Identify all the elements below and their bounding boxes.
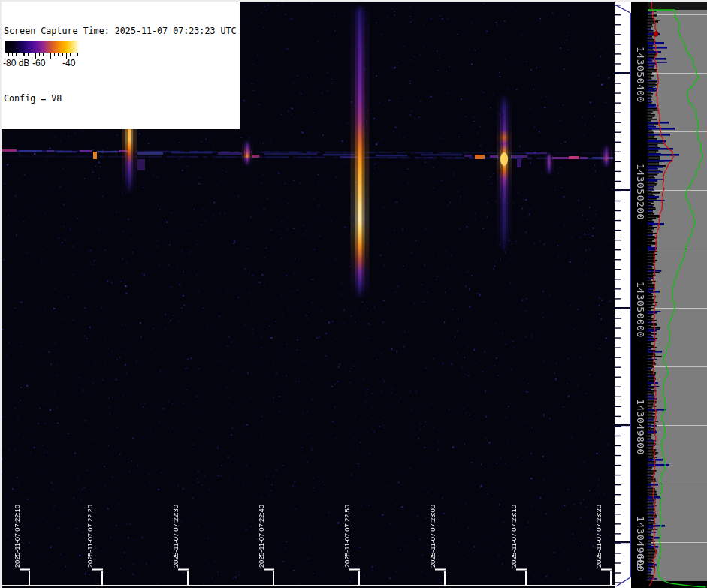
config-text: Config = V8 <box>4 93 237 104</box>
colorbar-label-max: -40 <box>62 58 75 68</box>
time-axis-label: 2025-11-07 07:23:00 <box>428 505 437 568</box>
time-axis-label: 2025-11-07 07:23:20 <box>594 505 603 568</box>
colorbar: -80 dB -60 -40 <box>2 39 83 72</box>
freq-axis-label: 143050200 <box>635 164 645 220</box>
waterfall-app: Screen Capture Time: 2025-11-07 07:23:23… <box>0 0 707 588</box>
colorbar-label-min: -80 dB <box>3 58 29 68</box>
time-axis-label: 2025-11-07 07:22:40 <box>257 505 265 568</box>
colorbar-gradient <box>5 41 81 53</box>
colorbar-label-mid: -60 <box>32 58 45 68</box>
time-axis-label: 2025-11-07 07:22:30 <box>171 505 180 568</box>
time-axis-label: 2025-11-07 07:23:10 <box>509 505 518 568</box>
time-axis-label: 2025-11-07 07:22:50 <box>343 505 351 568</box>
freq-axis-label: 143050400 <box>635 47 645 103</box>
freq-axis-unit-label: Hz <box>635 556 645 569</box>
freq-axis-label: 143050000 <box>635 282 645 338</box>
freq-axis-label: 143049800 <box>635 399 645 455</box>
capture-time-text: Screen Capture Time: 2025-11-07 07:23:23… <box>4 26 237 37</box>
time-axis-label: 2025-11-07 07:22:10 <box>13 505 21 568</box>
time-axis-label: 2025-11-07 07:22:20 <box>86 505 94 568</box>
